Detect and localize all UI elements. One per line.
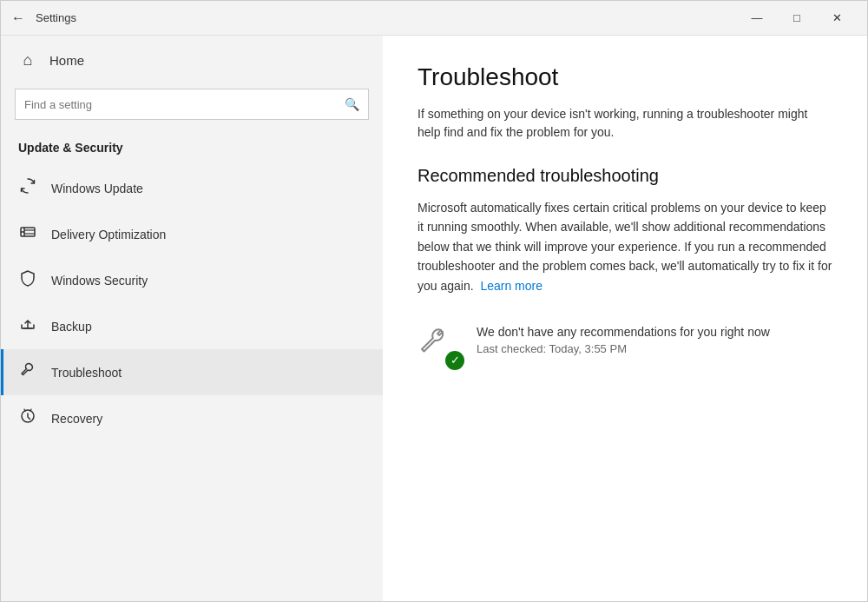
title-bar: ← Settings — □ ✕ bbox=[1, 1, 867, 36]
page-title: Troubleshoot bbox=[418, 63, 832, 91]
recommended-section-title: Recommended troubleshooting bbox=[418, 166, 832, 186]
troubleshoot-icon bbox=[18, 361, 37, 383]
sidebar-item-recovery[interactable]: Recovery bbox=[1, 395, 383, 441]
close-button[interactable]: ✕ bbox=[817, 1, 857, 36]
windows-update-icon bbox=[18, 177, 37, 199]
search-input[interactable] bbox=[24, 98, 345, 111]
page-description: If something on your device isn't workin… bbox=[418, 105, 832, 142]
recommendation-icon-container: ✓ bbox=[418, 325, 463, 370]
window-controls: — □ ✕ bbox=[737, 1, 857, 36]
sidebar: ⌂ Home 🔍 Update & Security Windows Updat… bbox=[1, 36, 383, 601]
sidebar-item-windows-security-label: Windows Security bbox=[51, 274, 148, 288]
window-title: Settings bbox=[36, 11, 76, 24]
minimize-button[interactable]: — bbox=[737, 1, 777, 36]
backup-icon bbox=[18, 315, 37, 337]
sidebar-item-delivery-optimization[interactable]: Delivery Optimization bbox=[1, 211, 383, 257]
check-icon: ✓ bbox=[450, 354, 460, 367]
sidebar-item-troubleshoot-label: Troubleshoot bbox=[51, 366, 122, 380]
sidebar-item-windows-security[interactable]: Windows Security bbox=[1, 257, 383, 303]
maximize-button[interactable]: □ bbox=[777, 1, 817, 36]
sidebar-item-troubleshoot[interactable]: Troubleshoot bbox=[1, 349, 383, 395]
sidebar-item-delivery-optimization-label: Delivery Optimization bbox=[51, 228, 166, 241]
main-container: ⌂ Home 🔍 Update & Security Windows Updat… bbox=[1, 36, 867, 601]
sidebar-item-recovery-label: Recovery bbox=[51, 412, 102, 426]
back-button[interactable]: ← bbox=[11, 10, 25, 26]
sidebar-search-box[interactable]: 🔍 bbox=[15, 89, 369, 120]
sidebar-item-windows-update[interactable]: Windows Update bbox=[1, 165, 383, 211]
sidebar-section-title: Update & Security bbox=[1, 134, 383, 165]
windows-security-icon bbox=[18, 269, 37, 291]
sidebar-item-backup-label: Backup bbox=[51, 320, 92, 334]
recommended-description: Microsoft automatically fixes certain cr… bbox=[418, 198, 832, 295]
delivery-optimization-icon bbox=[18, 223, 37, 245]
check-badge: ✓ bbox=[445, 351, 464, 370]
sidebar-home-label: Home bbox=[49, 53, 84, 68]
recovery-icon bbox=[18, 407, 37, 429]
recommendation-box: ✓ We don't have any recommendations for … bbox=[418, 316, 832, 379]
sidebar-item-backup[interactable]: Backup bbox=[1, 303, 383, 349]
recommendation-text-block: We don't have any recommendations for yo… bbox=[477, 325, 770, 355]
recommendation-main-text: We don't have any recommendations for yo… bbox=[477, 325, 770, 339]
sidebar-item-home[interactable]: ⌂ Home bbox=[1, 36, 383, 85]
title-bar-left: ← Settings bbox=[11, 10, 76, 26]
search-icon: 🔍 bbox=[345, 97, 359, 111]
right-panel: Troubleshoot If something on your device… bbox=[383, 36, 867, 601]
sidebar-item-windows-update-label: Windows Update bbox=[51, 182, 143, 195]
learn-more-link[interactable]: Learn more bbox=[480, 279, 542, 293]
last-checked-text: Last checked: Today, 3:55 PM bbox=[477, 342, 770, 355]
home-icon: ⌂ bbox=[18, 51, 37, 69]
